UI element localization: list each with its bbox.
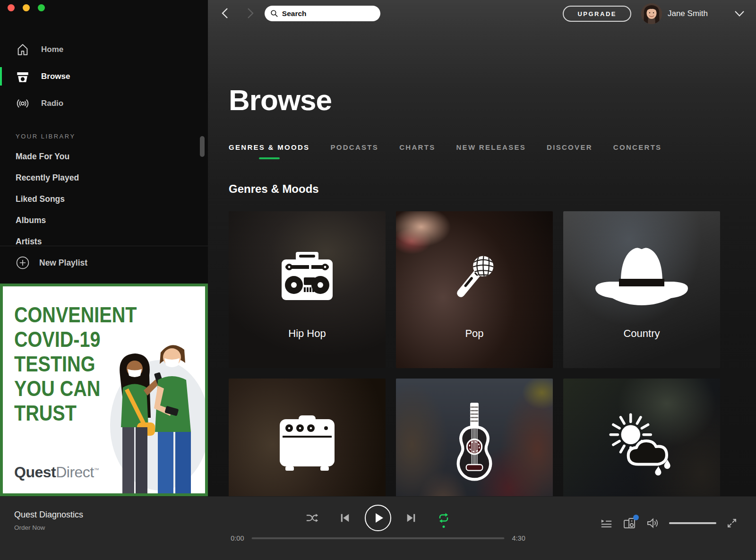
genre-tile-hip-hop[interactable]: Hip Hop <box>229 211 386 368</box>
now-playing-title: Quest Diagnostics <box>14 510 83 520</box>
amplifier-icon <box>276 414 338 474</box>
volume-button[interactable] <box>646 517 659 529</box>
sidebar-item-browse[interactable]: Browse <box>0 63 208 90</box>
genre-tile-pop[interactable]: Pop <box>396 211 553 368</box>
ad-headline: CONVENIENT COVID-19 TESTING YOU CAN TRUS… <box>14 302 137 425</box>
now-playing-subtitle-link[interactable]: Order Now <box>14 524 83 531</box>
queue-button[interactable] <box>600 517 612 529</box>
volume-slider-fill <box>669 522 716 524</box>
page-title: Browse <box>229 83 332 117</box>
avatar[interactable] <box>641 3 662 24</box>
volume-icon <box>646 517 659 529</box>
sidebar-scrollbar[interactable] <box>200 136 205 157</box>
search-icon <box>270 9 278 18</box>
play-button[interactable] <box>364 504 392 532</box>
genre-tile-mood[interactable]: Mood <box>563 379 720 496</box>
elapsed-time: 0:00 <box>227 534 244 542</box>
progress-bar[interactable] <box>252 537 505 539</box>
genre-tile-country[interactable]: Country <box>563 211 720 368</box>
tab-discover[interactable]: DISCOVER <box>547 143 593 159</box>
tab-genres-moods[interactable]: GENRES & MOODS <box>229 143 309 159</box>
minimize-icon[interactable] <box>23 4 30 11</box>
search-box[interactable] <box>265 6 380 21</box>
volume-slider[interactable] <box>669 522 716 524</box>
player-bar: Quest Diagnostics Order Now <box>0 496 756 560</box>
devices-online-badge <box>633 515 639 520</box>
shuffle-icon <box>306 512 319 524</box>
browse-icon <box>16 69 30 84</box>
genre-tile-rock[interactable]: Rock <box>229 379 386 496</box>
genre-tile-label: Country <box>563 327 720 340</box>
forward-button[interactable] <box>244 7 257 20</box>
next-button[interactable] <box>406 512 416 524</box>
sidebar-item-label: Browse <box>41 72 70 81</box>
new-playlist-label: New Playlist <box>39 258 87 268</box>
genre-grid: Hip Hop Pop <box>229 211 720 496</box>
player-right-controls <box>600 516 737 531</box>
sidebar-item-home[interactable]: Home <box>0 36 208 63</box>
back-icon <box>220 7 230 19</box>
library-header: YOUR LIBRARY <box>16 133 76 140</box>
ad-brand-logo: QuestDirect™ <box>14 464 99 481</box>
repeat-active-dot <box>443 526 445 528</box>
genre-tile-latin[interactable]: Latin <box>396 379 553 496</box>
advertisement-banner[interactable]: CONVENIENT COVID-19 TESTING YOU CAN TRUS… <box>0 284 208 496</box>
back-button[interactable] <box>218 7 232 20</box>
section-title: Genres & Moods <box>229 182 319 196</box>
shuffle-button[interactable] <box>306 512 319 524</box>
sidebar-item-label: Radio <box>41 99 63 108</box>
tab-new-releases[interactable]: NEW RELEASES <box>456 143 526 159</box>
tab-charts[interactable]: CHARTS <box>399 143 435 159</box>
close-icon[interactable] <box>8 4 15 11</box>
boombox-icon <box>278 251 336 303</box>
transport-controls <box>306 504 450 532</box>
main-content: UPGRADE Jane Smith Browse GENRES & MOODS… <box>208 0 756 496</box>
library-item-made-for-you[interactable]: Made For You <box>0 146 208 167</box>
home-icon <box>16 43 30 57</box>
duration-time: 4:30 <box>512 534 529 542</box>
sidebar-item-label: Home <box>41 45 63 54</box>
library-item-artists[interactable]: Artists <box>0 231 208 252</box>
sidebar: Home Browse Radio YOUR LIBRARY Made For … <box>0 0 208 496</box>
zoom-icon[interactable] <box>38 4 45 11</box>
radio-icon <box>16 96 30 111</box>
previous-icon <box>340 512 350 524</box>
sidebar-item-radio[interactable]: Radio <box>0 90 208 117</box>
repeat-icon <box>437 512 450 524</box>
genre-tile-label: Hip Hop <box>229 327 386 340</box>
library-item-liked-songs[interactable]: Liked Songs <box>0 189 208 210</box>
library-item-recently-played[interactable]: Recently Played <box>0 167 208 189</box>
new-playlist-button[interactable]: New Playlist <box>0 252 208 274</box>
user-name[interactable]: Jane Smith <box>668 9 708 18</box>
plus-circle-icon <box>16 256 30 270</box>
cowboy-hat-icon <box>592 243 692 311</box>
window-controls <box>8 4 45 11</box>
tab-podcasts[interactable]: PODCASTS <box>330 143 378 159</box>
forward-icon <box>246 7 255 19</box>
sidebar-nav: Home Browse Radio <box>0 36 208 117</box>
library-list: Made For You Recently Played Liked Songs… <box>0 146 208 252</box>
previous-button[interactable] <box>340 512 350 524</box>
tab-concerts[interactable]: CONCERTS <box>613 143 662 159</box>
microphone-icon <box>449 250 500 303</box>
play-icon <box>364 504 392 532</box>
upgrade-button[interactable]: UPGRADE <box>563 6 631 22</box>
chevron-down-icon[interactable] <box>734 10 745 17</box>
sidebar-divider <box>0 246 208 246</box>
repeat-button[interactable] <box>437 512 450 524</box>
devices-button[interactable] <box>623 517 636 529</box>
next-icon <box>406 512 416 524</box>
fullscreen-button[interactable] <box>727 518 737 528</box>
library-item-albums[interactable]: Albums <box>0 210 208 231</box>
acoustic-guitar-icon <box>451 401 498 487</box>
genre-tile-label: Pop <box>396 327 553 340</box>
search-input[interactable] <box>282 9 375 18</box>
weather-icon <box>601 410 682 479</box>
fullscreen-icon <box>727 518 737 528</box>
tab-bar: GENRES & MOODS PODCASTS CHARTS NEW RELEA… <box>229 143 662 159</box>
progress-section: 0:00 4:30 <box>227 534 529 542</box>
queue-icon <box>600 517 612 529</box>
